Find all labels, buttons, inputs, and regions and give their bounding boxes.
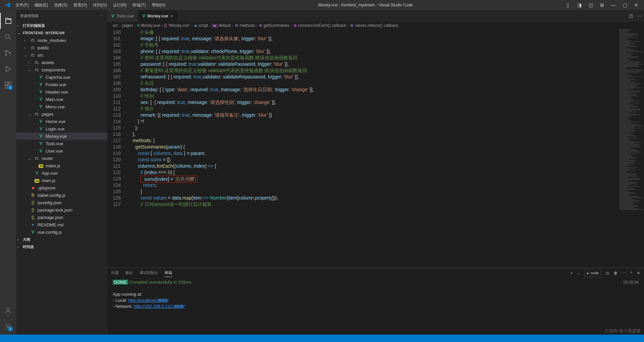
tree-item[interactable]: ▾README.md: [16, 221, 107, 228]
tree-item[interactable]: {}jsconfig.json: [16, 199, 107, 206]
editor-tab[interactable]: VTodo.vue: [107, 10, 138, 22]
tree-item[interactable]: ⌄🗀router: [16, 155, 107, 162]
status-bar[interactable]: [0, 335, 644, 342]
breadcrumb-item[interactable]: {} "Money.vue": [164, 23, 190, 28]
terminal-output[interactable]: 19:26:04 DONE Compiled successfully in 2…: [107, 278, 644, 335]
vue-icon: V: [111, 13, 114, 18]
bottom-panel: 问题输出调试控制台终端 + ⌄ ▸node ◫ 🗑 ⋯ ^ ✕ 19:26:04…: [107, 268, 644, 335]
terminal-selector[interactable]: ▸node: [585, 269, 601, 277]
layout-3-icon[interactable]: ◫: [586, 0, 596, 10]
open-editors-section[interactable]: ›打开的编辑器: [16, 22, 107, 29]
maximize-icon[interactable]: ▢: [620, 0, 630, 10]
breadcrumb-item[interactable]: ⚙ methods: [235, 23, 255, 28]
minimap[interactable]: [617, 29, 644, 268]
menu-item[interactable]: 编辑(E): [32, 1, 51, 9]
more-icon[interactable]: ⋯: [100, 14, 103, 18]
kill-terminal-icon[interactable]: 🗑: [614, 270, 618, 276]
close-panel-icon[interactable]: ✕: [637, 270, 640, 277]
breadcrumb-item[interactable]: V Money.vue: [137, 23, 160, 28]
more-editor-icon[interactable]: ⋯: [637, 13, 641, 18]
breadcrumb-item[interactable]: src: [113, 23, 118, 28]
line-numbers: 1001011021031041051061071081091101111121…: [107, 29, 127, 268]
svg-point-1: [5, 50, 7, 52]
tree-item[interactable]: VFooter.vue: [16, 81, 107, 88]
tree-item[interactable]: VTodo.vue: [16, 140, 107, 147]
tree-item[interactable]: ›🗀assets: [16, 59, 107, 66]
editor-tabs: VTodo.vueVMoney.vue× ◫ ⋯: [107, 10, 644, 22]
search-icon[interactable]: [0, 29, 16, 45]
split-terminal-icon[interactable]: ◫: [606, 270, 609, 277]
outline-section[interactable]: ›大纲: [16, 236, 107, 243]
panel-tab[interactable]: 调试控制台: [140, 269, 158, 277]
tree-item[interactable]: ⌄🗀pages: [16, 110, 107, 118]
breadcrumb[interactable]: src›pages›V Money.vue›{} "Money.vue"›◈ s…: [107, 22, 644, 29]
tree-item[interactable]: VLogin.vue: [16, 125, 107, 132]
tree-item[interactable]: VApp.vue: [16, 169, 107, 177]
code-content[interactable]: // 头像 image: [ { required: true, message…: [127, 29, 617, 268]
breadcrumb-item[interactable]: [◉] default: [212, 23, 231, 28]
tree-item[interactable]: ›🗀public: [16, 44, 107, 51]
svg-point-2: [5, 54, 7, 56]
menu-item[interactable]: 文件(F): [13, 1, 31, 9]
tree-item[interactable]: {}package-lock.json: [16, 206, 107, 214]
code-editor[interactable]: 1001011021031041051061071081091101111121…: [107, 29, 644, 268]
breadcrumb-item[interactable]: ⊕ values.reduce() callback: [350, 23, 398, 28]
breadcrumb-item[interactable]: ⊕ getSummaries: [259, 23, 289, 28]
tree-item[interactable]: ◆.gitignore: [16, 184, 107, 191]
network-url[interactable]: http://192.168.0.112:8888/: [134, 304, 185, 309]
new-terminal-icon[interactable]: +: [571, 270, 573, 276]
tree-item[interactable]: ⌄🗀components: [16, 66, 107, 73]
layout-4-icon[interactable]: ⊞: [597, 0, 607, 10]
sidebar: 资源管理器 ⋯ ›打开的编辑器 ⌄FRONTEND_MYDREAM ›🗀node…: [16, 10, 107, 335]
run-debug-icon[interactable]: [0, 61, 16, 77]
breadcrumb-item[interactable]: ⊕ columns.forEach() callback: [293, 23, 346, 28]
tree-item[interactable]: VMoney.vue: [16, 132, 107, 140]
explorer-icon[interactable]: [0, 13, 16, 29]
window-title: Money.vue - frontend_mydream - Visual St…: [168, 3, 563, 7]
menu-item[interactable]: 帮助(H): [149, 1, 168, 9]
settings-gear-icon[interactable]: 1: [0, 319, 16, 335]
tree-item[interactable]: VMain.vue: [16, 96, 107, 103]
menu-item[interactable]: 终端(T): [130, 1, 148, 9]
close-window-icon[interactable]: ✕: [631, 0, 641, 10]
tree-item[interactable]: {}package.json: [16, 214, 107, 221]
panel-tab[interactable]: 问题: [111, 269, 119, 277]
layout-1-icon[interactable]: ▯: [563, 0, 573, 10]
tree-item[interactable]: VHeader.vue: [16, 88, 107, 96]
minimize-icon[interactable]: —: [608, 0, 619, 10]
terminal-dropdown-icon[interactable]: ⌄: [577, 270, 580, 276]
panel-tab[interactable]: 输出: [125, 269, 133, 277]
svg-rect-6: [5, 86, 8, 88]
editor-tab[interactable]: VMoney.vue×: [138, 10, 177, 22]
close-tab-icon[interactable]: ×: [170, 13, 173, 19]
sidebar-title: 资源管理器: [20, 13, 39, 18]
tree-item[interactable]: Bbabel.config.js: [16, 191, 107, 199]
tree-item[interactable]: VHome.vue: [16, 118, 107, 125]
project-section[interactable]: ⌄FRONTEND_MYDREAM: [16, 29, 107, 37]
panel-tab[interactable]: 终端: [165, 269, 172, 277]
timeline-section[interactable]: ›时间线: [16, 243, 107, 250]
menu-item[interactable]: 查看(V): [71, 1, 90, 9]
menu-item[interactable]: 运行(R): [110, 1, 129, 9]
menu-bar: 文件(F)编辑(E)选择(S)查看(V)转到(G)运行(R)终端(T)帮助(H): [13, 1, 168, 9]
source-control-icon[interactable]: [0, 45, 16, 61]
tree-item[interactable]: VMenu.vue: [16, 103, 107, 110]
tree-item[interactable]: JSindex.js: [16, 162, 107, 169]
tree-item[interactable]: ›🗀node_modules: [16, 37, 107, 44]
split-editor-icon[interactable]: ◫: [629, 13, 633, 18]
tree-item[interactable]: ⌄🗀src: [16, 51, 107, 59]
menu-item[interactable]: 选择(S): [51, 1, 70, 9]
tree-item[interactable]: Vvue.config.js: [16, 228, 107, 236]
menu-item[interactable]: 转到(G): [90, 1, 109, 9]
maximize-panel-icon[interactable]: ^: [631, 270, 632, 276]
tree-item[interactable]: JSmain.js: [16, 177, 107, 184]
accounts-icon[interactable]: [0, 302, 16, 319]
breadcrumb-item[interactable]: ◈ script: [194, 23, 208, 28]
layout-2-icon[interactable]: ◨: [574, 0, 584, 10]
more-terminal-icon[interactable]: ⋯: [622, 270, 626, 277]
breadcrumb-item[interactable]: pages: [122, 23, 133, 28]
local-url[interactable]: http://localhost:8888/: [128, 298, 168, 303]
tree-item[interactable]: VUser.vue: [16, 147, 107, 155]
tree-item[interactable]: VCaptcha.vue: [16, 73, 107, 81]
extensions-icon[interactable]: 1: [0, 77, 16, 93]
